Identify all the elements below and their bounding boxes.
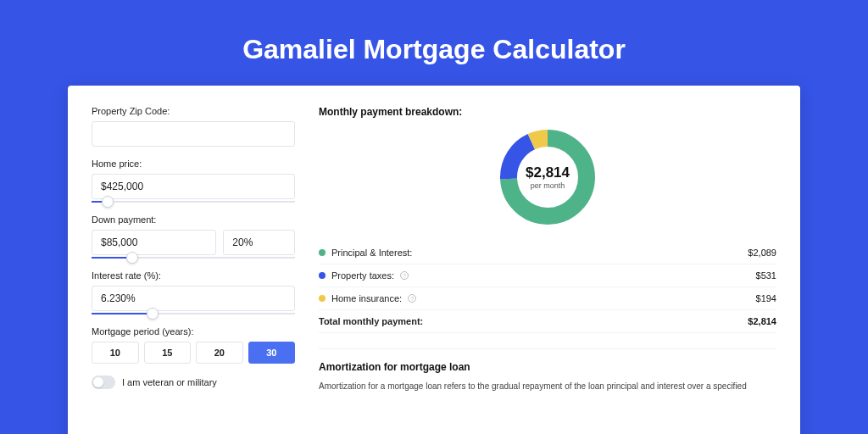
toggle-knob bbox=[93, 377, 103, 387]
legend-label: Principal & Interest: bbox=[331, 248, 412, 258]
form-column: Property Zip Code: Home price: Down paym… bbox=[92, 106, 295, 434]
down-payment-label: Down payment: bbox=[92, 214, 295, 225]
down-payment-input[interactable] bbox=[92, 230, 216, 255]
dot-icon bbox=[319, 295, 326, 302]
dot-icon bbox=[319, 249, 326, 256]
period-options: 10 15 20 30 bbox=[92, 342, 295, 364]
legend-row-insurance: Home insurance: ? $194 bbox=[319, 287, 776, 310]
veteran-label: I am veteran or military bbox=[122, 377, 217, 387]
down-payment-pct-input[interactable] bbox=[223, 230, 295, 255]
interest-field: Interest rate (%): bbox=[92, 270, 295, 314]
donut-amount: $2,814 bbox=[526, 164, 570, 181]
donut-chart: $2,814 per month bbox=[497, 126, 598, 228]
info-icon[interactable]: ? bbox=[400, 271, 409, 280]
slider-fill bbox=[92, 313, 153, 314]
calculator-card: Property Zip Code: Home price: Down paym… bbox=[68, 86, 800, 434]
total-label: Total monthly payment: bbox=[319, 316, 423, 326]
amortization-text: Amortization for a mortgage loan refers … bbox=[319, 380, 776, 392]
slider-thumb[interactable] bbox=[147, 308, 159, 320]
zip-input[interactable] bbox=[92, 121, 295, 147]
interest-input[interactable] bbox=[92, 286, 295, 311]
down-payment-slider[interactable] bbox=[92, 257, 295, 259]
interest-label: Interest rate (%): bbox=[92, 270, 295, 281]
total-value: $2,814 bbox=[748, 316, 776, 326]
slider-thumb[interactable] bbox=[102, 196, 114, 208]
period-field: Mortgage period (years): 10 15 20 30 bbox=[92, 326, 295, 364]
legend-row-taxes: Property taxes: ? $531 bbox=[319, 264, 776, 287]
info-icon[interactable]: ? bbox=[408, 294, 416, 303]
down-payment-field: Down payment: bbox=[92, 214, 295, 259]
period-btn-20[interactable]: 20 bbox=[196, 342, 243, 364]
veteran-row: I am veteran or military bbox=[92, 376, 295, 389]
page-frame: Gamaliel Mortgage Calculator Property Zi… bbox=[0, 0, 868, 434]
period-btn-10[interactable]: 10 bbox=[92, 342, 139, 364]
slider-thumb[interactable] bbox=[126, 252, 138, 264]
veteran-toggle[interactable] bbox=[92, 376, 115, 389]
legend-label: Home insurance: bbox=[331, 293, 402, 303]
period-btn-30[interactable]: 30 bbox=[248, 342, 296, 364]
home-price-label: Home price: bbox=[92, 159, 295, 169]
breakdown-column: Monthly payment breakdown: $2,814 per mo… bbox=[319, 106, 776, 434]
legend-value: $194 bbox=[756, 293, 776, 303]
donut-sub: per month bbox=[526, 181, 570, 190]
home-price-input[interactable] bbox=[92, 174, 295, 199]
breakdown-title: Monthly payment breakdown: bbox=[319, 106, 776, 118]
legend-label: Property taxes: bbox=[331, 270, 394, 281]
legend-value: $2,089 bbox=[748, 248, 776, 258]
donut-wrap: $2,814 per month bbox=[319, 126, 776, 228]
amortization-title: Amortization for mortgage loan bbox=[319, 361, 776, 373]
dot-icon bbox=[319, 272, 326, 279]
period-btn-15[interactable]: 15 bbox=[144, 342, 192, 364]
period-label: Mortgage period (years): bbox=[92, 326, 295, 337]
interest-slider[interactable] bbox=[92, 313, 295, 314]
zip-label: Property Zip Code: bbox=[92, 106, 295, 116]
home-price-field: Home price: bbox=[92, 159, 295, 203]
amortization-section: Amortization for mortgage loan Amortizat… bbox=[319, 348, 776, 392]
zip-field: Property Zip Code: bbox=[92, 106, 295, 147]
legend-row-principal: Principal & Interest: $2,089 bbox=[319, 242, 776, 264]
donut-center: $2,814 per month bbox=[526, 164, 570, 190]
home-price-slider[interactable] bbox=[92, 201, 295, 203]
legend-row-total: Total monthly payment: $2,814 bbox=[319, 310, 776, 333]
legend-value: $531 bbox=[756, 270, 776, 281]
page-title: Gamaliel Mortgage Calculator bbox=[68, 34, 800, 65]
